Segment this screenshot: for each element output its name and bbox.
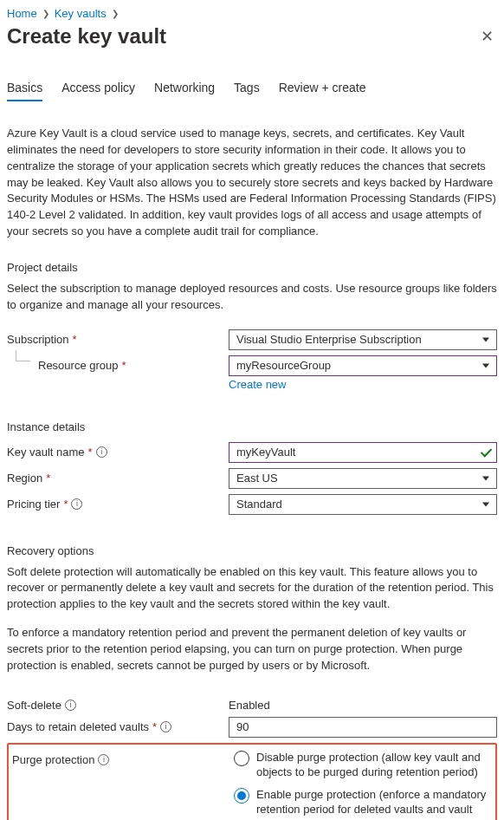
project-details-heading: Project details	[7, 261, 497, 274]
breadcrumb-keyvaults[interactable]: Key vaults	[55, 7, 107, 20]
pricing-tier-select[interactable]: Standard	[229, 494, 497, 515]
tab-tags[interactable]: Tags	[234, 81, 260, 101]
close-icon[interactable]: ✕	[477, 23, 497, 49]
soft-delete-value: Enabled	[229, 695, 497, 712]
radio-icon	[234, 751, 249, 766]
instance-details-heading: Instance details	[7, 420, 497, 433]
subscription-select[interactable]: Visual Studio Enterprise Subscription	[229, 329, 497, 350]
resource-group-label: Resource group*	[7, 355, 229, 372]
radio-icon	[234, 788, 249, 804]
intro-text: Azure Key Vault is a cloud service used …	[7, 126, 497, 240]
retention-days-label: Days to retain deleted vaults* i	[7, 717, 229, 733]
purge-enable-radio[interactable]: Enable purge protection (enforce a manda…	[234, 787, 492, 820]
keyvault-name-input[interactable]: myKeyVault	[229, 442, 497, 463]
retention-days-input[interactable]: 90	[229, 717, 497, 738]
info-icon[interactable]: i	[96, 446, 107, 458]
recovery-options-heading: Recovery options	[7, 544, 497, 557]
info-icon[interactable]: i	[98, 754, 109, 765]
tab-basics[interactable]: Basics	[7, 81, 42, 101]
breadcrumb-home[interactable]: Home	[7, 7, 37, 20]
chevron-right-icon: ❯	[42, 9, 49, 18]
keyvault-name-label: Key vault name* i	[7, 442, 229, 459]
info-icon[interactable]: i	[160, 721, 171, 732]
purge-protection-highlight: Purge protection i Disable purge protect…	[7, 743, 497, 820]
project-details-desc: Select the subscription to manage deploy…	[7, 281, 497, 314]
purge-protection-label: Purge protection i	[12, 750, 234, 766]
tab-networking[interactable]: Networking	[154, 81, 215, 101]
chevron-right-icon: ❯	[112, 9, 119, 18]
resource-group-select[interactable]: myResourceGroup	[229, 355, 497, 376]
info-icon[interactable]: i	[71, 498, 82, 510]
purge-disable-radio[interactable]: Disable purge protection (allow key vaul…	[234, 750, 492, 780]
pricing-tier-label: Pricing tier* i	[7, 494, 229, 511]
recovery-p2: To enforce a mandatory retention period …	[7, 625, 497, 674]
info-icon[interactable]: i	[65, 700, 76, 711]
tabs: Basics Access policy Networking Tags Rev…	[7, 81, 497, 101]
region-label: Region*	[7, 468, 229, 485]
create-new-link[interactable]: Create new	[229, 378, 286, 391]
tab-access-policy[interactable]: Access policy	[61, 81, 135, 101]
region-select[interactable]: East US	[229, 468, 497, 489]
subscription-label: Subscription*	[7, 329, 229, 346]
page-title: Create key vault	[7, 24, 166, 49]
breadcrumb: Home ❯ Key vaults ❯	[7, 7, 497, 20]
recovery-p1: Soft delete protection will automaticall…	[7, 564, 497, 614]
tab-review-create[interactable]: Review + create	[279, 81, 366, 101]
soft-delete-label: Soft-delete i	[7, 695, 229, 712]
